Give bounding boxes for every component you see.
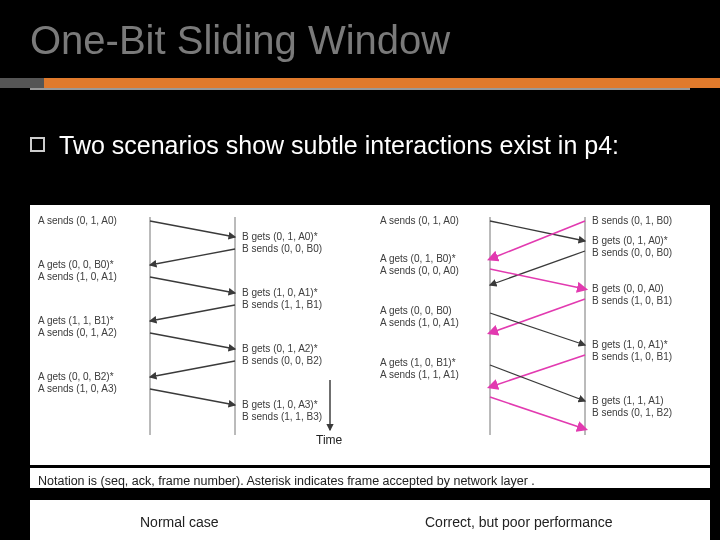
r-B-send-2: B sends (0, 1, B2) [592, 407, 672, 419]
r-B-get-1a: B gets (1, 0, A1)* [592, 339, 668, 351]
svg-line-6 [150, 333, 235, 349]
r-B-send-0a: B sends (0, 1, B0) [592, 215, 672, 227]
notation-line: Notation is (seq, ack, frame number). As… [30, 468, 710, 488]
r-B-send-1a: B sends (1, 0, B1) [592, 295, 672, 307]
svg-line-12 [490, 221, 585, 241]
time-label: Time [316, 433, 342, 447]
l-A-send-0: A sends (0, 1, A0) [38, 215, 117, 227]
r-B-send-1b: B sends (1, 0, B1) [592, 351, 672, 363]
r-B-get-1b: B gets (1, 1, A1) [592, 395, 664, 407]
title-underline [30, 88, 690, 90]
svg-line-5 [150, 305, 235, 321]
l-A-get-2: A gets (0, 0, B2)* [38, 371, 114, 383]
l-B-send-0: B sends (0, 0, B0) [242, 243, 322, 255]
caption-right: Correct, but poor performance [425, 514, 613, 530]
title-accent-seg [0, 78, 44, 88]
svg-line-4 [150, 277, 235, 293]
svg-line-15 [490, 269, 585, 289]
caption-left: Normal case [140, 514, 219, 530]
l-B-send-3: B sends (1, 1, B3) [242, 411, 322, 423]
l-B-send-1: B sends (1, 1, B1) [242, 299, 322, 311]
r-A-send-0: A sends (0, 1, A0) [380, 215, 459, 227]
svg-line-14 [490, 251, 585, 285]
captions-row: Normal case Correct, but poor performanc… [30, 500, 710, 540]
svg-line-8 [150, 389, 235, 405]
r-B-get-0: B gets (0, 1, A0)* [592, 235, 668, 247]
r-B-get-0b: B gets (0, 0, A0) [592, 283, 664, 295]
l-A-send-3: A sends (1, 0, A3) [38, 383, 117, 395]
r-A-send-0b: A sends (0, 0, A0) [380, 265, 459, 277]
slide: One-Bit Sliding Window Two scenarios sho… [0, 0, 720, 540]
svg-line-7 [150, 361, 235, 377]
l-A-send-1: A sends (1, 0, A1) [38, 271, 117, 283]
title-accent-bar [0, 78, 720, 88]
l-B-get-0: B gets (0, 1, A0)* [242, 231, 318, 243]
l-A-get-0: A gets (0, 0, B0)* [38, 259, 114, 271]
svg-line-17 [490, 313, 585, 345]
l-B-get-1: B gets (1, 0, A1)* [242, 287, 318, 299]
r-A-send-1a: A sends (1, 0, A1) [380, 317, 459, 329]
protocol-figure: A sends (0, 1, A0) A gets (0, 0, B0)* A … [30, 205, 710, 465]
svg-line-16 [490, 299, 585, 333]
r-A-get-0a: A gets (0, 1, B0)* [380, 253, 456, 265]
l-A-get-1: A gets (1, 1, B1)* [38, 315, 114, 327]
bullet-icon [30, 137, 45, 152]
r-B-send-0b: B sends (0, 0, B0) [592, 247, 672, 259]
l-B-send-2: B sends (0, 0, B2) [242, 355, 322, 367]
l-B-get-2: B gets (0, 1, A2)* [242, 343, 318, 355]
l-A-send-2: A sends (0, 1, A2) [38, 327, 117, 339]
r-A-send-1b: A sends (1, 1, A1) [380, 369, 459, 381]
slide-title: One-Bit Sliding Window [30, 18, 450, 63]
bullet-text: Two scenarios show subtle interactions e… [59, 131, 619, 159]
svg-line-2 [150, 221, 235, 237]
svg-line-13 [490, 221, 585, 259]
l-B-get-3: B gets (1, 0, A3)* [242, 399, 318, 411]
r-A-get-1a: A gets (1, 0, B1)* [380, 357, 456, 369]
svg-line-3 [150, 249, 235, 265]
bullet-line: Two scenarios show subtle interactions e… [30, 130, 700, 161]
r-A-get-0b: A gets (0, 0, B0) [380, 305, 452, 317]
svg-line-20 [490, 397, 585, 429]
